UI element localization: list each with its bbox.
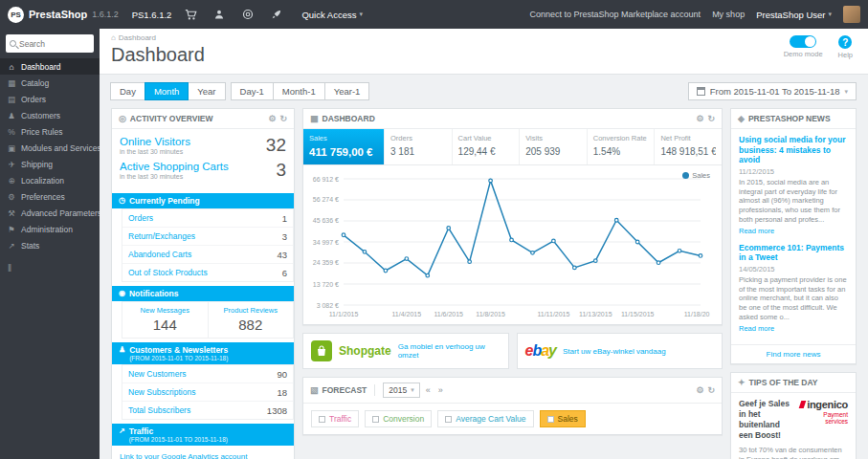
sidebar-search: [6, 34, 94, 53]
onboarding-rocket-icon[interactable]: [267, 9, 286, 20]
sidebar-item-customers[interactable]: ♟Customers: [0, 107, 100, 123]
customers-link[interactable]: New Subscriptions: [128, 387, 195, 397]
shopgate-promo-link[interactable]: Ga mobiel en verhoog uw omzet: [398, 342, 501, 360]
list-item: New Subscriptions18: [122, 383, 293, 402]
messages-icon[interactable]: [238, 9, 257, 20]
section-subtitle: (FROM 2015-11-01 TO 2015-11-18): [129, 436, 228, 443]
google-analytics-link[interactable]: Link to your Google Analytics account: [120, 452, 247, 459]
help-icon[interactable]: ?: [838, 35, 852, 49]
day-button[interactable]: Day: [110, 82, 145, 100]
new-messages-cell[interactable]: New Messages 144: [122, 302, 208, 338]
pending-link[interactable]: Abandoned Carts: [128, 250, 191, 259]
legend-chip-sales[interactable]: Sales: [540, 410, 586, 427]
list-item: Orders1: [122, 209, 293, 228]
sidebar-item-preferences[interactable]: ⚙Preferences: [0, 188, 100, 205]
stats-icon: ↗: [7, 241, 16, 251]
brand[interactable]: PS PrestaShop 1.6.1.2: [8, 7, 119, 23]
customers-notifications-icon[interactable]: [210, 9, 229, 20]
news-article-title[interactable]: Ecommerce 101: Payments in a Tweet: [739, 243, 848, 263]
shopgate-promo[interactable]: Shopgate Ga mobiel en verhoog uw omzet: [302, 333, 509, 369]
ebay-promo-link[interactable]: Start uw eBay-winkel vandaag: [563, 347, 666, 356]
checkbox-icon: [445, 416, 452, 423]
sidebar-item-orders[interactable]: ▤Orders: [0, 91, 100, 107]
date-toolbar: Day Month Year Day-1 Month-1 Year-1 From…: [100, 75, 868, 106]
collapse-sidebar-button[interactable]: ‖: [8, 263, 92, 273]
year-button[interactable]: Year: [188, 82, 225, 100]
list-item: Out of Stock Products6: [122, 264, 293, 281]
user-menu[interactable]: PrestaShop User ▾: [756, 10, 832, 20]
year-select[interactable]: 2015 ▾: [383, 382, 419, 398]
my-shop-link[interactable]: My shop: [712, 10, 745, 19]
shop-name-link[interactable]: PS1.6.1.2: [132, 10, 172, 20]
sidebar-item-administration[interactable]: ⚑Administration: [0, 221, 100, 237]
customers-link[interactable]: New Customers: [128, 369, 186, 379]
date-range-picker[interactable]: From 2015-11-01 To 2015-11-18 ▾: [688, 82, 857, 100]
read-more-link[interactable]: Read more: [739, 227, 774, 235]
ebay-promo[interactable]: ebay Start uw eBay-winkel vandaag: [517, 333, 723, 369]
refresh-icon[interactable]: ↻: [707, 114, 715, 123]
next-year-button[interactable]: »: [436, 385, 445, 395]
checkbox-icon: [547, 416, 554, 423]
sidebar-item-shipping[interactable]: ✈Shipping: [0, 156, 100, 172]
legend-chip-average-cart-value[interactable]: Average Cart Value: [437, 410, 533, 427]
customers-link[interactable]: Total Subscribers: [128, 405, 190, 415]
clock-icon: ◷: [119, 196, 125, 205]
pending-link[interactable]: Return/Exchanges: [128, 231, 195, 241]
sidebar-item-localization[interactable]: ⊕Localization: [0, 172, 100, 188]
refresh-icon[interactable]: ↻: [707, 385, 715, 395]
customers-value: 18: [277, 387, 287, 398]
customers-value: 1308: [267, 405, 287, 416]
demo-mode-label: Demo mode: [784, 50, 823, 58]
read-more-link[interactable]: Read more: [739, 324, 774, 333]
news-panel-header: ◈ PRESTASHOP NEWS: [731, 109, 856, 129]
refresh-icon[interactable]: ↻: [279, 114, 287, 123]
module-promos: Shopgate Ga mobiel en verhoog uw omzet e…: [302, 333, 723, 369]
shipping-icon: ✈: [7, 160, 16, 169]
gear-icon[interactable]: ⚙: [696, 385, 703, 395]
kpi-conversion-rate[interactable]: Conversion Rate1.54%: [588, 129, 656, 164]
legend-chip-conversion[interactable]: Conversion: [365, 410, 432, 427]
brand-version: 1.6.1.2: [92, 10, 119, 19]
news-article-title[interactable]: Using social media for your business: 4 …: [739, 135, 848, 165]
caret-down-icon: ▾: [411, 386, 414, 394]
kpi-orders[interactable]: Orders3 181: [385, 129, 453, 164]
product-reviews-cell[interactable]: Product Reviews 882: [208, 302, 294, 338]
svg-text:56 274 €: 56 274 €: [313, 196, 339, 203]
gear-icon[interactable]: ⚙: [696, 114, 703, 123]
pending-link[interactable]: Orders: [128, 213, 153, 223]
svg-text:34 997 €: 34 997 €: [313, 239, 339, 246]
demo-mode-toggle[interactable]: [790, 35, 816, 48]
month-button[interactable]: Month: [145, 82, 189, 100]
month-1-button[interactable]: Month-1: [273, 82, 325, 100]
ingenico-logo-subtext: Payment services: [800, 411, 848, 425]
sidebar-item-dashboard[interactable]: ⌂Dashboard: [0, 58, 100, 75]
sidebar-item-modules[interactable]: ▣Modules and Services: [0, 140, 100, 156]
kpi-sales[interactable]: Sales411 759,00 €: [303, 129, 385, 164]
search-input[interactable]: [19, 39, 90, 49]
previous-year-button[interactable]: «: [424, 385, 433, 395]
day-1-button[interactable]: Day-1: [231, 82, 274, 100]
year-1-button[interactable]: Year-1: [324, 82, 370, 100]
user-avatar[interactable]: [843, 6, 860, 23]
quick-access-menu[interactable]: Quick Access ▾: [301, 10, 363, 20]
marketplace-link[interactable]: Connect to PrestaShop Marketplace accoun…: [530, 10, 701, 19]
legend-chip-traffic[interactable]: Traffic: [311, 410, 359, 427]
sidebar-item-price-rules[interactable]: %Price Rules: [0, 123, 100, 140]
pending-link[interactable]: Out of Stock Products: [128, 268, 208, 277]
chart-legend[interactable]: Sales: [682, 171, 710, 180]
kpi-cart-value[interactable]: Cart Value129,44 €: [453, 129, 521, 164]
cart-icon[interactable]: [181, 9, 200, 21]
sidebar-item-stats[interactable]: ↗Stats: [0, 237, 100, 253]
news-article: Using social media for your business: 4 …: [739, 135, 848, 235]
kpi-visits[interactable]: Visits205 939: [520, 129, 588, 164]
kpi-net-profit[interactable]: Net Profit148 918,51 €: [655, 129, 722, 164]
gear-icon[interactable]: ⚙: [268, 114, 276, 123]
demo-mode-widget: Demo mode: [784, 35, 823, 58]
online-visitors-row[interactable]: Online Visitors in the last 30 minutes 3…: [120, 136, 286, 155]
active-carts-row[interactable]: Active Shopping Carts in the last 30 min…: [120, 161, 286, 180]
sidebar-item-advanced-parameters[interactable]: ⚒Advanced Parameters: [0, 205, 100, 221]
find-more-news-link[interactable]: Find more news: [731, 344, 856, 363]
sidebar-item-catalog[interactable]: ▦Catalog: [0, 75, 100, 91]
dashboard-columns: ◎ ACTIVITY OVERVIEW ⚙ ↻ Online Visitors …: [100, 106, 868, 459]
pending-value: 1: [282, 213, 287, 224]
